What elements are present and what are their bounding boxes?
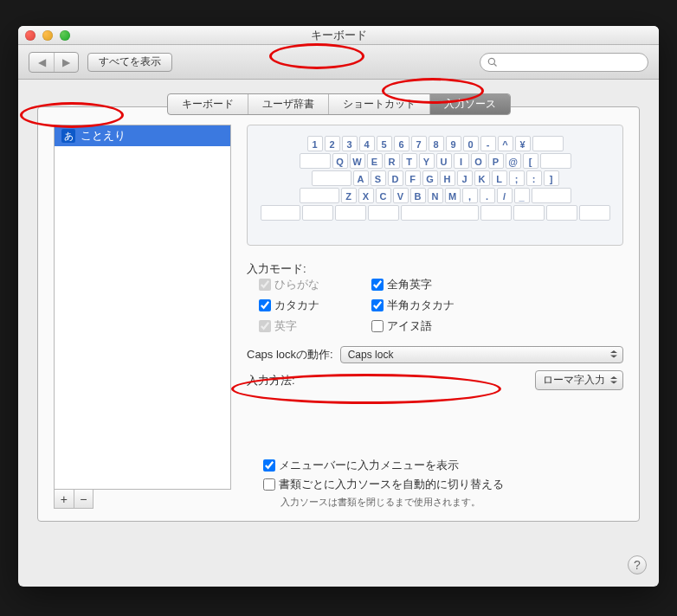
key: X xyxy=(358,188,374,203)
key: N xyxy=(428,188,443,203)
key: C xyxy=(376,188,391,203)
key: Y xyxy=(419,153,435,169)
auto-switch-check[interactable]: 書類ごとに入力ソースを自動的に切り替える xyxy=(263,477,623,492)
key: M xyxy=(445,188,461,203)
key: U xyxy=(436,153,452,169)
sidebar: あ ことえり + − xyxy=(54,125,231,509)
search-input[interactable] xyxy=(501,56,641,68)
key: D xyxy=(388,170,403,186)
checkbox xyxy=(259,320,271,332)
show-menu-checkbox[interactable] xyxy=(263,459,275,472)
key: P xyxy=(488,153,504,169)
checkbox[interactable] xyxy=(371,299,384,311)
key: 2 xyxy=(325,136,340,151)
key: 5 xyxy=(377,136,392,151)
key: L xyxy=(492,170,507,186)
list-item[interactable]: あ ことえり xyxy=(55,125,230,146)
checkbox[interactable] xyxy=(371,320,384,332)
key: G xyxy=(422,170,438,186)
tab-shortcuts[interactable]: ショートカット xyxy=(329,94,430,114)
key: _ xyxy=(514,188,530,203)
footer: メニューバーに入力メニューを表示 書類ごとに入力ソースを自動的に切り替える 入力… xyxy=(263,458,623,509)
key: T xyxy=(402,153,417,169)
kotoeri-icon: あ xyxy=(61,129,75,143)
key: F xyxy=(405,170,421,186)
key: S xyxy=(371,170,386,186)
input-mode-option[interactable]: カタカナ xyxy=(259,298,363,313)
search-icon xyxy=(487,57,498,67)
key: J xyxy=(457,170,473,186)
caps-lock-select[interactable]: Caps lock xyxy=(340,346,623,363)
key: : xyxy=(526,170,542,186)
input-mode-option[interactable]: 全角英字 xyxy=(371,277,501,292)
source-list[interactable]: あ ことえり xyxy=(54,125,231,490)
key: - xyxy=(480,136,496,151)
input-mode-option[interactable]: 半角カタカナ xyxy=(371,298,501,313)
input-method-row: 入力方法: ローマ字入力 xyxy=(247,370,623,390)
forward-button[interactable]: ▶ xyxy=(54,53,78,72)
key: R xyxy=(384,153,400,169)
key: 6 xyxy=(394,136,409,151)
key: 9 xyxy=(446,136,461,151)
titlebar: キーボード xyxy=(18,26,659,45)
key: V xyxy=(393,188,409,203)
key: ; xyxy=(509,170,525,186)
tab-keyboard[interactable]: キーボード xyxy=(168,94,248,114)
key: W xyxy=(350,153,365,169)
key: 8 xyxy=(429,136,444,151)
tab-input-sources[interactable]: 入力ソース xyxy=(430,94,510,114)
back-button[interactable]: ◀ xyxy=(29,53,54,72)
panel: あ ことえり + − 1234567890-^¥..QWERTYUIOP@[..… xyxy=(37,106,640,522)
checkbox xyxy=(259,279,271,291)
input-mode-option: ひらがな xyxy=(259,277,363,292)
remove-button[interactable]: − xyxy=(74,490,93,508)
key: E xyxy=(367,153,383,169)
key: 1 xyxy=(307,136,323,151)
key: ] xyxy=(544,170,559,186)
add-remove: + − xyxy=(54,490,93,509)
input-mode-option[interactable]: アイヌ語 xyxy=(371,318,501,334)
nav-buttons: ◀ ▶ xyxy=(29,52,79,73)
key: Q xyxy=(332,153,348,169)
caps-lock-label: Caps lockの動作: xyxy=(247,347,333,363)
content: キーボード ユーザ辞書 ショートカット 入力ソース あ ことえり + − xyxy=(18,80,659,587)
key: . xyxy=(480,188,495,203)
footnote: 入力ソースは書類を閉じるまで使用されます。 xyxy=(280,496,623,509)
preferences-window: キーボード ◀ ▶ すべてを表示 キーボード ユーザ辞書 ショートカット 入力ソ… xyxy=(18,26,659,587)
key: 7 xyxy=(411,136,427,151)
input-method-select[interactable]: ローマ字入力 xyxy=(535,370,623,390)
list-item-label: ことえり xyxy=(81,128,126,144)
show-menu-check[interactable]: メニューバーに入力メニューを表示 xyxy=(263,458,623,473)
tab-user-dict[interactable]: ユーザ辞書 xyxy=(248,94,329,114)
key: K xyxy=(474,170,490,186)
checkbox[interactable] xyxy=(259,299,271,311)
key: B xyxy=(410,188,426,203)
key: @ xyxy=(506,153,521,169)
key: / xyxy=(497,188,513,203)
show-all-button[interactable]: すべてを表示 xyxy=(87,53,172,72)
checkbox[interactable] xyxy=(371,279,384,291)
key: H xyxy=(440,170,455,186)
key: ^ xyxy=(498,136,513,151)
key: , xyxy=(462,188,478,203)
input-mode-label: 入力モード: xyxy=(247,261,623,277)
key: 0 xyxy=(463,136,479,151)
keyboard-preview: 1234567890-^¥..QWERTYUIOP@[..ASDFGHJKL;:… xyxy=(247,125,623,246)
caps-lock-row: Caps lockの動作: Caps lock xyxy=(247,346,623,363)
key: Z xyxy=(341,188,357,203)
search-field[interactable] xyxy=(480,53,648,72)
help-button[interactable]: ? xyxy=(628,555,647,574)
auto-switch-checkbox[interactable] xyxy=(263,478,275,491)
window-title: キーボード xyxy=(18,28,659,43)
tabs: キーボード ユーザ辞書 ショートカット 入力ソース xyxy=(167,93,511,115)
key: ¥ xyxy=(515,136,531,151)
key: A xyxy=(353,170,369,186)
add-button[interactable]: + xyxy=(55,490,74,508)
toolbar: ◀ ▶ すべてを表示 xyxy=(18,45,659,80)
detail: 1234567890-^¥..QWERTYUIOP@[..ASDFGHJKL;:… xyxy=(247,125,623,509)
input-method-label: 入力方法: xyxy=(247,373,295,388)
key: 4 xyxy=(359,136,375,151)
input-mode-checks: ひらがな全角英字カタカナ半角カタカナ英字アイヌ語 xyxy=(259,277,623,334)
key: I xyxy=(454,153,469,169)
input-mode-option: 英字 xyxy=(259,318,363,334)
